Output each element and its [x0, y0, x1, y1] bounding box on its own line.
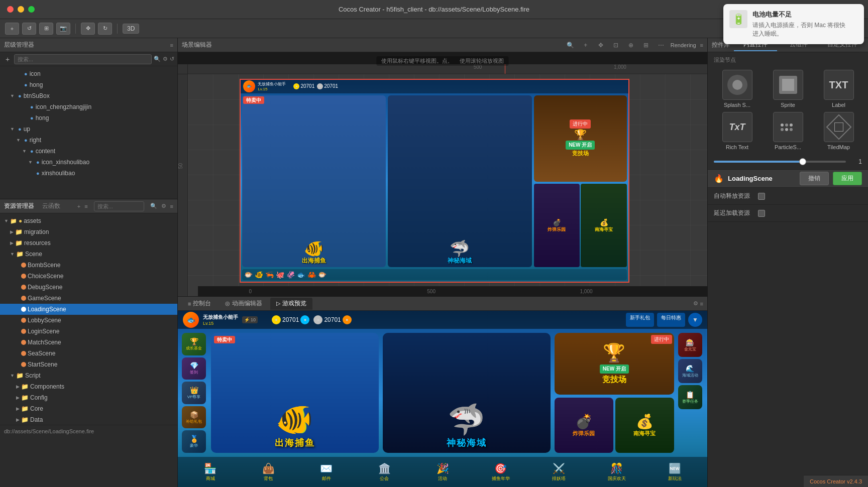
tab-menu-icon[interactable]: ≡	[700, 301, 703, 307]
assets-item-bombscene[interactable]: ▶ BombScene	[0, 260, 177, 271]
assets-item-scene-folder[interactable]: ▼ 📁 Scene	[0, 249, 177, 260]
scene-viewport[interactable]: 使用鼠标右键平移视图。点, 使用滚轮缩放视图 500 1,000	[178, 52, 707, 296]
component-label[interactable]: TXT Label	[815, 70, 862, 108]
component-richtext[interactable]: TxT Rich Text	[714, 112, 761, 150]
daily-btn[interactable]: 每日特惠	[657, 313, 685, 327]
hierarchy-search-icon[interactable]: 🔍	[154, 56, 161, 62]
zoom-out-icon[interactable]: 🔍	[565, 40, 576, 51]
assets-item-assets[interactable]: ▼ 📁 ● assets	[0, 215, 177, 226]
hierarchy-menu-icon[interactable]: ≡	[170, 42, 173, 48]
assets-item-debugscene[interactable]: ▶ DebugScene	[0, 282, 177, 293]
component-tiledmap[interactable]: TiledMap	[815, 112, 862, 150]
assets-item-config[interactable]: ▶ 📁 Config	[0, 392, 177, 403]
game-card-mystery[interactable]: 🦈 神秘海域	[388, 95, 531, 268]
tab-console[interactable]: ≡ 控制台	[182, 298, 217, 310]
assets-item-matchscene[interactable]: ▶ MatchScene	[0, 337, 177, 348]
tree-item-up[interactable]: ▼ ● up	[0, 124, 177, 135]
gift-btn[interactable]: 新手礼包	[626, 313, 654, 327]
bottom-icon-shop[interactable]: 🏪 商城	[183, 462, 238, 482]
component-particle[interactable]: ParticleS...	[765, 112, 811, 150]
component-splash[interactable]: Splash S...	[714, 70, 761, 108]
hierarchy-refresh-icon[interactable]: ↺	[170, 56, 174, 62]
assets-item-loadingscene[interactable]: ▶ LoadingScene	[0, 304, 177, 315]
bottom-icon-battle[interactable]: ⚔️ 排妖塔	[531, 462, 586, 482]
assets-item-gamescene[interactable]: ▶ GameScene	[0, 293, 177, 304]
move-button[interactable]: ✥	[81, 23, 95, 35]
hierarchy-add-button[interactable]: +	[3, 55, 12, 64]
auto-release-checkbox[interactable]	[758, 193, 765, 200]
bottom-icon-new2[interactable]: 🆕 新玩法	[647, 462, 703, 482]
side-btn-1[interactable]: 🏆 成长基金	[182, 333, 206, 355]
add-node-button[interactable]: +	[5, 23, 19, 35]
bottom-icon-arena2[interactable]: 🎯 捕鱼年华	[473, 462, 528, 482]
rotate-button[interactable]: ↻	[98, 23, 112, 35]
bottom-icon-mail[interactable]: ✉️ 邮件	[299, 462, 354, 482]
game-card-treasure[interactable]: 💰 南海寻宝	[581, 184, 627, 267]
cloud-tab[interactable]: 云函数	[42, 202, 60, 210]
tab-game-preview[interactable]: ▷ 游戏预览	[270, 298, 312, 310]
refresh-button[interactable]: ↺	[22, 23, 36, 35]
preview-card-mystery[interactable]: 🦈 神秘海域	[383, 333, 551, 453]
slider-thumb[interactable]	[799, 158, 806, 165]
bottom-icon-activity[interactable]: 🎉 活动	[415, 462, 470, 482]
assets-sort-icon[interactable]: ≡	[84, 203, 87, 209]
assets-menu-icon[interactable]: ≡	[170, 203, 173, 209]
game-card-fishing[interactable]: 特卖中 🐠 出海捕鱼	[242, 95, 386, 268]
assets-item-components[interactable]: ▶ 📁 Components	[0, 381, 177, 392]
far-btn-3[interactable]: 📋 赛季任务	[678, 385, 702, 409]
cancel-button[interactable]: 撤销	[800, 172, 829, 185]
assets-item-data[interactable]: ▶ 📁 Data	[0, 414, 177, 425]
hierarchy-search-input[interactable]	[14, 54, 152, 64]
game-card-arena[interactable]: 进行中 🏆 NEW 开启 竞技场	[534, 95, 627, 182]
preview-treasure-card[interactable]: 💰 南海寻宝	[615, 398, 674, 453]
tab-animation[interactable]: ◎ 动画编辑器	[219, 298, 268, 310]
tree-item-xinshoulibao[interactable]: ● xinshoulibao	[0, 168, 177, 179]
assets-item-script-folder[interactable]: ▼ 📁 Script	[0, 370, 177, 381]
hierarchy-filter-icon[interactable]: ⚙	[163, 56, 168, 62]
lazy-load-checkbox[interactable]	[758, 210, 765, 217]
game-scene-area[interactable]: 🐟 无放捕鱼小能手 Lv.15 ● 20701	[188, 74, 707, 296]
tree-item-hong-1[interactable]: ● hong	[0, 79, 177, 90]
component-sprite[interactable]: Sprite	[765, 70, 811, 108]
far-btn-2[interactable]: 🌊 海域活动	[678, 359, 702, 383]
tree-item-icon[interactable]: ● icon	[0, 68, 177, 79]
tree-item-btnsubox[interactable]: ▼ ● btnSuBox	[0, 90, 177, 101]
assets-add-icon[interactable]: +	[77, 203, 80, 209]
side-btn-3[interactable]: 👑 VP尊享	[182, 382, 206, 404]
scene-menu-icon[interactable]: ≡	[700, 42, 703, 48]
preview-bomb-card[interactable]: 💣 炸弹乐园	[555, 398, 613, 453]
move-scene-icon[interactable]: ✥	[595, 40, 606, 51]
assets-item-loginscene[interactable]: ▶ LoginScene	[0, 326, 177, 337]
preview-card-fishing[interactable]: 特卖中 🐠 出海捕鱼	[211, 333, 379, 453]
tree-item-right[interactable]: ▼ ● right	[0, 135, 177, 146]
3d-toggle[interactable]: 3D	[123, 24, 139, 34]
assets-item-resources[interactable]: ▶ 📁 resources	[0, 237, 177, 249]
assets-refresh-icon[interactable]: ⚙	[161, 203, 166, 209]
assets-item-choicescene[interactable]: ▶ ChoiceScene	[0, 271, 177, 282]
center-icon[interactable]: ⊕	[625, 40, 636, 51]
assets-search-icon[interactable]: 🔍	[150, 203, 157, 209]
game-card-bomb[interactable]: 💣 炸弹乐园	[534, 184, 580, 267]
grid-scene-icon[interactable]: ⊞	[640, 40, 652, 51]
camera-button[interactable]: 📷	[56, 23, 70, 35]
assets-item-migration[interactable]: ▶ 📁 migration	[0, 226, 177, 237]
bottom-icon-nation[interactable]: 🎊 国庆欢天	[589, 462, 644, 482]
close-button[interactable]	[7, 6, 14, 13]
bottom-icon-bag[interactable]: 👜 背包	[241, 462, 296, 482]
tree-item-icon-xin[interactable]: ▼ ● icon_xinshoulibao	[0, 157, 177, 168]
preview-card-arena[interactable]: 进行中 🏆 NEW 开启 竞技场	[555, 333, 674, 395]
assets-item-core[interactable]: ▶ 📁 Core	[0, 403, 177, 414]
side-btn-5[interactable]: 🏅 豪华	[182, 430, 206, 453]
assets-search-input[interactable]	[94, 201, 144, 211]
zoom-in-icon[interactable]: +	[580, 40, 591, 51]
tab-settings-icon[interactable]: ⚙	[693, 300, 698, 307]
assets-item-lobbyscene[interactable]: ▶ LobbyScene	[0, 315, 177, 326]
maximize-button[interactable]	[28, 6, 35, 13]
side-btn-4[interactable]: 📦 补给礼包	[182, 406, 206, 429]
tree-item-hong-2[interactable]: ● hong	[0, 112, 177, 124]
side-btn-2[interactable]: 💎 签到	[182, 357, 206, 380]
more-icon[interactable]: ⋯	[656, 40, 667, 51]
fit-screen-icon[interactable]: ⊡	[610, 40, 621, 51]
zoom-slider[interactable]	[714, 161, 846, 163]
assets-tab-main[interactable]: 资源管理器	[4, 202, 34, 210]
